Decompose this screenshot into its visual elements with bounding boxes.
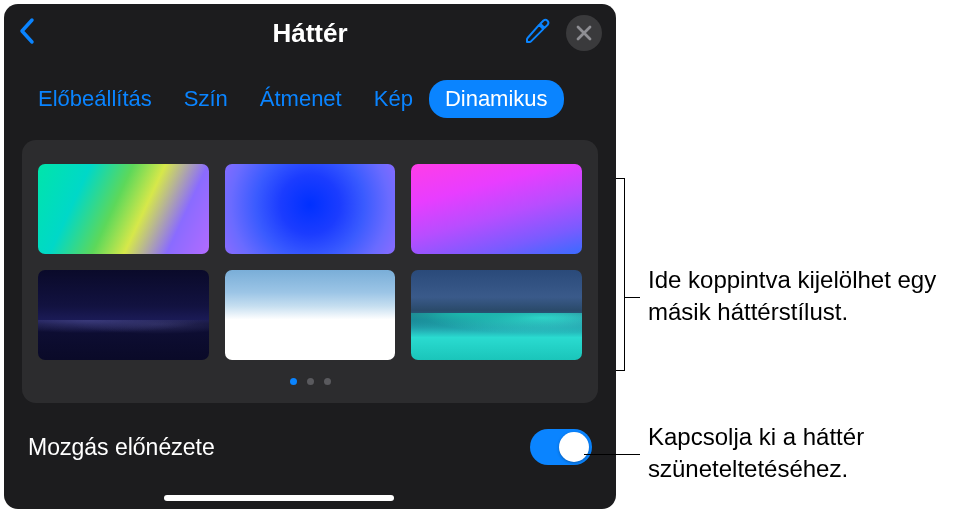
style-thumbnail[interactable]	[38, 270, 209, 360]
page-indicator[interactable]	[38, 378, 582, 385]
callout-connector	[624, 297, 640, 298]
style-thumbnail[interactable]	[411, 164, 582, 254]
motion-preview-row: Mozgás előnézete	[4, 403, 616, 465]
background-panel: Háttér Előbeállítás Szín Átmenet Kép Din…	[4, 4, 616, 509]
motion-preview-label: Mozgás előnézete	[28, 434, 215, 461]
close-button[interactable]	[566, 15, 602, 51]
callout-styles: Ide koppintva kijelölhet egy másik hátté…	[648, 264, 968, 329]
close-icon	[576, 25, 592, 41]
callout-bracket	[624, 178, 625, 371]
page-dot	[290, 378, 297, 385]
tab-preset[interactable]: Előbeállítás	[22, 80, 168, 118]
callout-toggle: Kapcsolja ki a háttér szüneteltetéséhez.	[648, 421, 968, 486]
motion-preview-toggle[interactable]	[530, 429, 592, 465]
tab-gradient[interactable]: Átmenet	[244, 80, 358, 118]
style-thumbnail[interactable]	[38, 164, 209, 254]
toggle-knob	[559, 432, 589, 462]
panel-header: Háttér	[4, 4, 616, 62]
style-thumbnails-container	[22, 140, 598, 403]
style-thumbnail[interactable]	[225, 270, 396, 360]
tab-image[interactable]: Kép	[358, 80, 429, 118]
style-thumbnail[interactable]	[411, 270, 582, 360]
callout-connector	[584, 454, 640, 455]
page-dot	[307, 378, 314, 385]
style-thumbnails-grid	[38, 164, 582, 360]
chevron-left-icon	[18, 17, 36, 45]
eyedropper-icon	[522, 17, 550, 45]
page-dot	[324, 378, 331, 385]
panel-title: Háttér	[272, 18, 347, 49]
tab-dynamic[interactable]: Dinamikus	[429, 80, 564, 118]
home-indicator	[164, 495, 394, 501]
tab-color[interactable]: Szín	[168, 80, 244, 118]
tab-bar: Előbeállítás Szín Átmenet Kép Dinamikus	[4, 62, 616, 118]
back-button[interactable]	[18, 17, 36, 49]
style-thumbnail[interactable]	[225, 164, 396, 254]
eyedropper-button[interactable]	[522, 17, 550, 49]
